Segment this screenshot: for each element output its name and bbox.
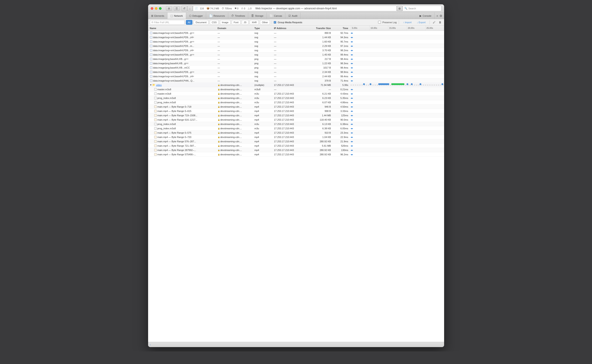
- filter-options-button[interactable]: 🖊: [432, 20, 436, 25]
- network-table: Name Domain Type IP Address Transfer Siz…: [148, 26, 444, 342]
- cell-size: 6.23 KB: [307, 97, 333, 99]
- header-ip[interactable]: IP Address: [274, 27, 307, 30]
- cell-name: data:image/svg+xml;base64,PD9...g==: [148, 32, 218, 34]
- table-row[interactable]: main.mp4 — Byte Range 719–1508... 🔒devst…: [148, 113, 444, 117]
- refresh-button[interactable]: ↺: [182, 6, 187, 11]
- settings-button[interactable]: ⚙: [439, 14, 442, 18]
- layout-toggle[interactable]: ☰: [174, 6, 180, 11]
- preserve-log-checkbox[interactable]: [378, 21, 381, 24]
- table-row[interactable]: prog_index.m3u8 🔒devstreaming-cdn.... m3…: [148, 100, 444, 104]
- separator3: [430, 20, 430, 24]
- maximize-button[interactable]: [159, 7, 162, 10]
- table-row[interactable]: main.mp4 — Byte Range 616–1217... 🔒devst…: [148, 117, 444, 122]
- filter-other-button[interactable]: Other: [260, 20, 270, 25]
- timeline-arrow: ◀▶: [351, 45, 353, 47]
- cell-timeline: ◀▶: [350, 78, 444, 83]
- filter-xhr-button[interactable]: XHR: [250, 20, 259, 25]
- table-row[interactable]: main.mp4 — Byte Range 576–287... 🔒devstr…: [148, 139, 444, 144]
- table-row[interactable]: main.mp4 — Byte Range 287992–... 🔒devstr…: [148, 148, 444, 152]
- tab-storage[interactable]: 🗄 Storage: [248, 13, 267, 19]
- tab-debugger[interactable]: ⬡ Debugger: [186, 13, 206, 19]
- table-row[interactable]: master.m3u8 🔒devstreaming-cdn.... m3u8 —…: [148, 87, 444, 91]
- table-row[interactable]: main.mp4 — Byte Range 0–615 🔒devstreamin…: [148, 109, 444, 113]
- cell-ip: —: [274, 71, 307, 73]
- cell-domain: 🔒devstreaming-cdn....: [218, 123, 254, 125]
- timeline-arrow: ◀▶: [351, 62, 353, 64]
- filter-all-button[interactable]: All: [186, 20, 193, 25]
- download-button[interactable]: ↓: [187, 6, 193, 11]
- header-domain[interactable]: Domain: [218, 27, 254, 30]
- filter-image-button[interactable]: Image: [220, 20, 231, 25]
- cell-domain: 🔒devstreaming-cdn....: [218, 140, 254, 143]
- table-row[interactable]: data:image/svg+xml;base64,PD9...z4= — sv…: [148, 35, 444, 39]
- debugger-icon: ⬡: [189, 14, 191, 17]
- table-row[interactable]: main.mp4 — Byte Range 0–718 🔒devstreamin…: [148, 104, 444, 109]
- tab-network[interactable]: ⬚ Network: [167, 13, 186, 19]
- filter-document-button[interactable]: Document: [194, 20, 208, 25]
- tab-console[interactable]: ▶ Console: [417, 13, 435, 19]
- filter-url-input[interactable]: ⊙ Filter Full URL: [150, 20, 185, 25]
- header-size[interactable]: Transfer Size: [307, 27, 333, 30]
- table-row[interactable]: data:image/svg+xml;base64,PHN...Q... — s…: [148, 78, 444, 83]
- close-button[interactable]: [151, 7, 153, 10]
- table-row[interactable]: master.m3u8 🔒devstreaming-cdn.... m3u 17…: [148, 91, 444, 96]
- table-row[interactable]: data:image/png;base64,iVB...g== — png — …: [148, 61, 444, 65]
- minimize-button[interactable]: [155, 7, 157, 10]
- table-row[interactable]: data:image/svg+xml;base64,PD9...z4= — sv…: [148, 48, 444, 52]
- name-text: data:image/png;base64,iVB...g==: [153, 58, 188, 60]
- cell-ip: —: [274, 88, 307, 91]
- table-row[interactable]: data:image/svg+xml;base64,PD9...z4= — sv…: [148, 74, 444, 78]
- table-row[interactable]: data:image/png;base64,iVB...mCC — png — …: [148, 65, 444, 70]
- console-prompt: ›: [150, 343, 151, 346]
- name-text: data:image/png;base64,iVB...g==: [153, 62, 188, 65]
- timeline-arrow: ◀▶: [351, 36, 353, 38]
- cell-type: svg: [254, 36, 274, 39]
- cell-domain: —: [218, 36, 254, 39]
- group-media-checkbox[interactable]: ✓: [274, 21, 276, 24]
- import-button[interactable]: ↑ Import: [401, 20, 413, 25]
- table-row[interactable]: main.mp4 — Byte Range 0–720 🔒devstreamin…: [148, 135, 444, 139]
- cell-name: main.mp4 — Byte Range 287992–...: [148, 149, 218, 151]
- table-row[interactable]: data:image/svg+xml;base64,PD9...g== — sv…: [148, 70, 444, 74]
- compass-button[interactable]: ⊕: [397, 6, 402, 11]
- lock-icon: 🔒: [218, 127, 220, 130]
- cell-type: mp4: [254, 114, 274, 117]
- image-icon: [150, 75, 153, 78]
- table-row[interactable]: data:image/svg+xml;base64,PD9...g== — sv…: [148, 52, 444, 57]
- clear-button[interactable]: 🗑: [438, 20, 442, 25]
- tab-elements[interactable]: ⊞ Elements: [148, 13, 168, 19]
- table-row[interactable]: data:image/svg+xml;base64,PD9...g== — sv…: [148, 39, 444, 44]
- table-row[interactable]: main.mp4 — Byte Range 0–575 🔒devstreamin…: [148, 130, 444, 135]
- sidebar-toggle[interactable]: ⊞: [166, 6, 172, 11]
- filter-css-button[interactable]: CSS: [210, 20, 219, 25]
- table-row[interactable]: data:image/png;base64,iVB...g== — png — …: [148, 57, 444, 61]
- table-row[interactable]: prog_index.m3u8 🔒devstreaming-cdn.... m3…: [148, 96, 444, 100]
- header-time[interactable]: Time: [333, 27, 350, 30]
- table-row[interactable]: main.mp4 — Byte Range 721–587... 🔒devstr…: [148, 144, 444, 148]
- lock-icon: 🔒: [218, 88, 220, 91]
- header-name[interactable]: Name: [148, 27, 218, 30]
- timeline-arrow: ◀▶: [351, 41, 353, 43]
- tab-audit[interactable]: ☑ Audit: [285, 13, 300, 19]
- add-tab-button[interactable]: +: [436, 14, 438, 18]
- search-box[interactable]: 🔍 Search: [402, 6, 441, 11]
- filter-font-button[interactable]: Font: [232, 20, 240, 25]
- table-row[interactable]: prog_index.m3u8 🔒devstreaming-cdn.... m3…: [148, 126, 444, 130]
- tab-timelines[interactable]: ⏱ Timelines: [228, 13, 248, 19]
- tab-resources[interactable]: 📄 Resources: [206, 13, 228, 19]
- table-row[interactable]: main.mp4 — Byte Range 575490–... 🔒devstr…: [148, 152, 444, 157]
- table-row[interactable]: prog_index.m3u8 🔒devstreaming-cdn.... m3…: [148, 122, 444, 126]
- preserve-log-label[interactable]: Preserve Log: [378, 21, 397, 24]
- group-media-label[interactable]: ✓ Group Media Requests: [274, 21, 302, 24]
- cell-type: svg: [254, 75, 274, 78]
- header-type[interactable]: Type: [254, 27, 274, 30]
- name-text: data:image/svg+xml;base64,PHN...Q...: [153, 79, 194, 82]
- table-row[interactable]: data:image/svg+xml;base64,PD9...g== — sv…: [148, 31, 444, 35]
- export-button[interactable]: ↓ Export: [415, 20, 427, 25]
- table-row[interactable]: data:image/svg+xml;base64,PD9...m... — s…: [148, 44, 444, 48]
- table-row[interactable]: ▼📁 video 🔒devstreaming-cdn.... (multiple…: [148, 83, 444, 87]
- lock-icon: 🔒: [218, 114, 220, 117]
- tab-canvas[interactable]: ⬜ Canvas: [267, 13, 285, 19]
- resource-count: △ 0: [248, 7, 252, 10]
- filter-js-button[interactable]: JS: [242, 20, 248, 25]
